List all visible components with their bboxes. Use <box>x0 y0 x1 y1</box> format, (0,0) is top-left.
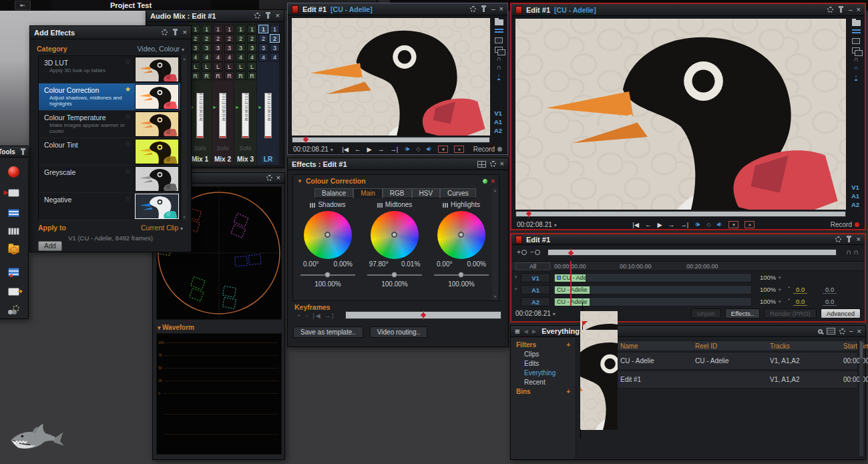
track-level-v1[interactable]: 100% <box>760 274 782 281</box>
marker-diamond-icon[interactable]: ◇ <box>706 222 710 228</box>
all-tracks-button[interactable]: All <box>515 262 550 270</box>
track-level-a1[interactable]: 100% <box>760 286 782 293</box>
audio-scrub-left-icon[interactable] <box>404 146 410 152</box>
tools-titlebar[interactable]: Tools <box>0 146 28 158</box>
apply-to-dropdown[interactable]: Current Clip <box>141 224 183 232</box>
dual-monitor-icon[interactable] <box>852 47 860 53</box>
favourite-star-icon[interactable]: ☆ <box>125 113 131 120</box>
monitor-icon[interactable] <box>852 38 860 44</box>
export-tool[interactable] <box>6 285 21 298</box>
export-up-icon[interactable] <box>855 74 858 81</box>
skip-end-icon[interactable]: →| <box>680 221 688 228</box>
close-icon[interactable] <box>500 160 504 168</box>
highlights-master-slider[interactable] <box>434 272 489 278</box>
close-icon[interactable] <box>276 12 280 19</box>
wheel-knob[interactable] <box>324 232 331 238</box>
mix3-label[interactable]: Mix 3 <box>234 156 256 163</box>
tile-view-icon[interactable] <box>827 328 835 334</box>
viewer2-timecode[interactable]: 00:02:08.21 <box>517 221 557 228</box>
effect-item-negative[interactable]: Negative ☆ <box>39 193 180 220</box>
pin-icon[interactable] <box>267 13 269 19</box>
viewer1-video[interactable] <box>292 18 490 136</box>
highlights-master-value[interactable]: 100.00% <box>429 280 493 288</box>
lr-fader[interactable]: 6 0 6 12 18 24 30 42 <box>264 93 272 138</box>
highlights-color-wheel[interactable] <box>437 211 485 259</box>
track-header-v1[interactable]: V1 <box>521 273 550 282</box>
import-tool[interactable] <box>6 186 21 200</box>
timeline-playhead[interactable] <box>570 261 572 306</box>
record-control[interactable]: Record <box>831 221 859 228</box>
add-effect-button[interactable]: Add <box>38 241 62 251</box>
advanced-button[interactable]: Advanced <box>821 308 861 318</box>
favourite-star-icon[interactable]: ☆ <box>125 140 131 148</box>
viewer2-titlebar[interactable]: Edit #1 [CU - Adelie] <box>511 4 865 16</box>
track-header-a2[interactable]: A2 <box>521 297 550 306</box>
column-tracks[interactable]: Tracks <box>770 342 843 350</box>
close-icon[interactable] <box>183 29 187 36</box>
lr-label[interactable]: LR <box>257 156 279 163</box>
settings-icon[interactable] <box>835 236 841 242</box>
menu-icon[interactable] <box>515 327 520 336</box>
filters-header[interactable]: Filters+ <box>511 340 576 350</box>
settings-icon[interactable] <box>254 13 260 19</box>
keyframe-marker[interactable] <box>421 312 426 318</box>
category-filter-dropdown[interactable]: Video, Colour <box>138 45 184 53</box>
keyframe-star-icon[interactable] <box>788 285 790 291</box>
midtones-master-value[interactable]: 100.00% <box>363 280 427 288</box>
midtones-color-wheel[interactable] <box>371 211 419 259</box>
track-header-a1[interactable]: A1 <box>521 285 550 294</box>
tab-main[interactable]: Main <box>353 188 383 198</box>
tab-hsv[interactable]: HSV <box>412 188 441 198</box>
track-label-v1[interactable]: V1 <box>491 109 505 118</box>
minimize-icon[interactable] <box>491 6 495 13</box>
settings-icon[interactable] <box>839 328 845 334</box>
record-tool[interactable] <box>6 165 21 178</box>
viewer2-scrub-bar[interactable] <box>515 211 846 217</box>
collapse-triangle-icon[interactable] <box>297 178 302 184</box>
pin-icon[interactable] <box>483 6 485 12</box>
shadows-master-slider[interactable] <box>300 272 355 278</box>
play-icon[interactable]: ▶ <box>367 146 371 153</box>
shadows-hue-value[interactable]: 0.00° <box>303 260 318 268</box>
shadows-master-value[interactable]: 100.00% <box>296 280 360 288</box>
shadows-color-wheel[interactable] <box>304 211 352 259</box>
effect-enabled-led[interactable] <box>483 179 487 184</box>
timeline-ruler[interactable]: All 00:00:00.00 00:10:00.00 00:20:00.00 <box>511 261 865 271</box>
export-up-icon[interactable] <box>497 73 501 80</box>
folder-icon[interactable] <box>495 19 503 25</box>
effect-item-colour-temperature[interactable]: Colour Temperature Make images appear wa… <box>39 111 180 138</box>
midtones-hue-value[interactable]: 97.80° <box>369 260 389 268</box>
pin-icon[interactable] <box>840 7 842 13</box>
playhead-marker[interactable] <box>303 137 308 142</box>
effect-item-greyscale[interactable]: Greyscale ☆ <box>39 166 180 193</box>
mix2-solo-button[interactable]: Solo <box>212 145 234 152</box>
close-icon[interactable] <box>857 328 861 335</box>
track-level-a2[interactable]: 100% <box>760 298 782 305</box>
list-view-icon[interactable] <box>852 29 861 35</box>
mix1-fader[interactable]: 6 0 6 12 18 24 30 42 <box>196 93 204 138</box>
bins-header[interactable]: Bins+ <box>511 387 576 397</box>
expand-track-icon[interactable] <box>514 274 517 280</box>
dual-monitor-icon[interactable] <box>495 47 503 53</box>
audio-scrub-right-icon[interactable] <box>426 146 432 152</box>
mix3-fader[interactable]: 6 0 6 12 18 24 30 42 <box>242 93 249 138</box>
column-reel-id[interactable]: Reel ID <box>695 342 770 350</box>
mix1-label[interactable]: Mix 1 <box>189 156 211 163</box>
filter-clips[interactable]: Clips <box>511 350 576 359</box>
histogram-icon[interactable] <box>377 203 383 208</box>
close-icon[interactable] <box>276 174 280 182</box>
track-gain-a1[interactable]: 0.0 <box>793 286 807 294</box>
skip-start-icon[interactable]: |◀ <box>342 146 349 153</box>
filter-recent[interactable]: Recent <box>511 378 576 387</box>
midtones-master-slider[interactable] <box>367 272 422 278</box>
track-body-a1[interactable]: CU - Adelie <box>553 285 752 294</box>
timeline-titlebar[interactable]: Edit #1 <box>511 234 865 245</box>
step-back-icon[interactable]: ← <box>355 146 361 153</box>
save-as-template-button[interactable]: Save as template.. <box>293 326 363 338</box>
pin-icon[interactable] <box>848 236 850 242</box>
routing-grid-icon[interactable] <box>477 161 486 168</box>
track-label-a1[interactable]: A1 <box>848 192 863 200</box>
effects-titlebar[interactable]: Effects : Edit #1 <box>288 158 508 170</box>
midtones-sat-value[interactable]: 0.01% <box>401 260 420 268</box>
browser-titlebar[interactable]: Everything <box>511 326 865 337</box>
